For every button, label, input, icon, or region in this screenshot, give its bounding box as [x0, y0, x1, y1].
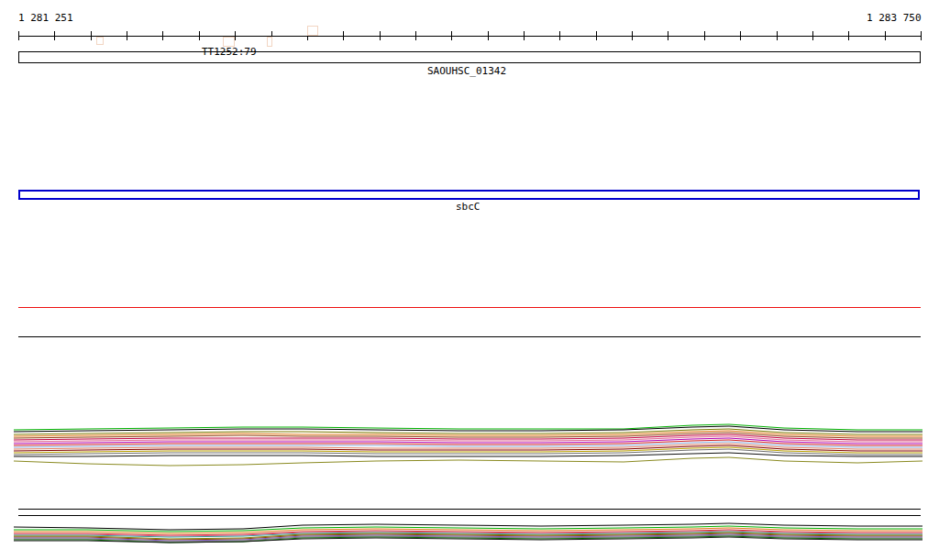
feature-box-top-edge [18, 51, 921, 52]
coverage-bottom-sample-b-green [14, 526, 922, 532]
coverage-top-sample-olive-low [14, 457, 922, 466]
coverage-top-sample-green [14, 424, 922, 430]
coverage-bottom-sample-b-black [14, 523, 922, 530]
genome-browser-view: 1 281 251 1 283 750 TT1252:79 SAOUHSC_01… [0, 0, 939, 560]
coverage-plot-canvas[interactable] [0, 0, 939, 560]
